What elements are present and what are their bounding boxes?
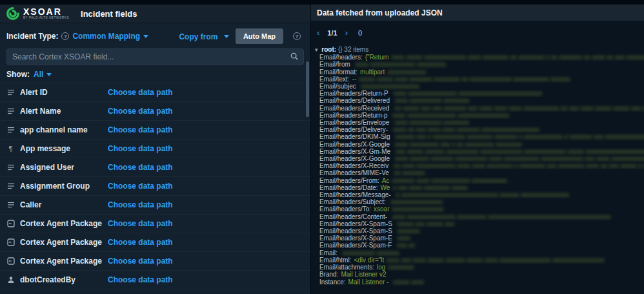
json-tree-line[interactable]: Email/headers/Content-xxxx xxxxxxxxxxxxx… xyxy=(319,213,644,220)
show-filter: Show: All xyxy=(0,65,310,83)
json-tree-line[interactable]: Email/headers/X-Spam-Sxxxxxxx xyxy=(319,227,644,235)
short-text-icon xyxy=(6,107,15,116)
json-tree-line[interactable]: Instance:Mail Listener - xxxxx xxxx xyxy=(319,278,644,286)
json-tree-line[interactable]: Email/subjecxxxxxxxxxxxxxxxxxx xyxy=(319,83,644,90)
chevron-right-icon[interactable]: › xyxy=(345,30,348,36)
mapping-toolbar: Incident Type: ? Common Mapping Copy fro… xyxy=(0,23,310,43)
choose-data-path-link[interactable]: Choose data path xyxy=(108,238,173,247)
top-strip xyxy=(0,0,644,5)
json-key: Email/format: xyxy=(319,68,357,76)
redacted-value: xxxx xxxxxx xxxxxxx xxxxxxxxxx xxxx xxxx… xyxy=(395,155,644,162)
json-key: Email/headers/X-Spam-S xyxy=(319,227,392,235)
json-tree-line[interactable]: Email/text:--xxxxx xxxxx xxxx xxxxxxx xx… xyxy=(319,76,644,83)
choose-data-path-link[interactable]: Choose data path xyxy=(108,107,173,116)
show-all-dropdown[interactable]: All xyxy=(34,70,43,79)
json-tree-line[interactable]: Email/headers/Return-pxxxx xxxxxxxxxxxxx… xyxy=(319,112,644,119)
json-tree-line[interactable]: Email/headers:{"Returnxxxx xxxxx xxxxxxx… xyxy=(319,54,644,61)
chevron-down-icon[interactable] xyxy=(224,35,229,38)
json-tree-line[interactable]: Email/html:<div dir="ltxxxx xxx xxxx xxx… xyxy=(319,257,644,264)
json-tree-line[interactable]: Email:xxxxxxxxxx xxxxxxx xyxy=(319,249,644,257)
choose-data-path-link[interactable]: Choose data path xyxy=(108,275,173,284)
redacted-value: xxxx xxx xxxx xxxxx xxxxxx xxxxx xxxx xx… xyxy=(387,257,604,264)
redacted-value: xx xxxxxxx xyxy=(394,169,425,176)
json-tree-line[interactable]: Email/headers/To:xsoarxxxxxxxxxxxxxxxx xyxy=(319,205,644,213)
choose-data-path-link[interactable]: Choose data path xyxy=(108,88,173,97)
chevron-left-icon[interactable]: ‹ xyxy=(317,30,319,36)
copy-from-label[interactable]: Copy from xyxy=(179,32,217,41)
json-tree-line[interactable]: Email/headers/Delivery-xxxx xx xxx xxxx … xyxy=(319,126,644,133)
help-icon[interactable]: ? xyxy=(293,32,301,40)
json-tree-line[interactable]: Email/headers/Envelopexxxx xxxxxxxxxx xx… xyxy=(319,119,644,126)
json-key: Brand: xyxy=(319,271,338,278)
choose-data-path-link[interactable]: Choose data path xyxy=(108,163,173,172)
json-root-node[interactable]: ▾ root: {} 32 items xyxy=(315,46,644,54)
field-row: Caller Choose data path xyxy=(0,196,310,215)
json-tree-line[interactable]: Email/headers/MIME-Vexx xxxxxxx xyxy=(319,169,644,176)
user-icon xyxy=(6,276,15,284)
json-tree-items: Email/headers:{"Returnxxxx xxxxx xxxxxxx… xyxy=(315,54,644,286)
redacted-value: xxxxxxx xxxx xxxxxxxxxxxx xxxxxxxxxxx xyxy=(392,177,507,184)
choose-data-path-link[interactable]: Choose data path xyxy=(108,144,173,153)
field-label: Caller xyxy=(20,200,103,209)
json-pager: ‹ 1/1 › 0 xyxy=(311,21,644,43)
json-tree-line[interactable]: Email/headers/DKIM-Sigxxxxxx xxx x xxxxx… xyxy=(319,133,644,140)
redacted-value: xxxx xyxy=(397,235,410,242)
json-tree-line[interactable]: Email/fromxxxx xxxxxxxxxxxxxx xxxxxxxxx xyxy=(319,61,644,68)
chevron-down-icon[interactable] xyxy=(143,35,148,38)
field-row: Cortex Agent Package OS Choose data path xyxy=(0,233,310,252)
search-icon[interactable] xyxy=(290,52,298,62)
field-row: Cortex Agent Package Type Choose data pa… xyxy=(0,252,310,271)
xsoar-logo-text: XSOAR BY PALO ALTO NETWORKS xyxy=(23,7,69,20)
app-header: XSOAR BY PALO ALTO NETWORKS Incident fie… xyxy=(0,5,310,23)
json-tree-line[interactable]: Email/headers/Deliveredxxxx xxxxxxxxxx x… xyxy=(319,97,644,104)
choose-data-path-link[interactable]: Choose data path xyxy=(108,125,173,134)
incident-type-help-icon[interactable]: ? xyxy=(61,32,69,40)
json-value: Mail Listener v2 xyxy=(341,271,386,278)
json-tree: ▾ root: {} 32 items Email/headers:{"Retu… xyxy=(311,43,644,286)
short-text-icon xyxy=(6,89,15,97)
json-key: Email/headers/Message- xyxy=(319,191,391,198)
incident-type-dropdown[interactable]: Common Mapping xyxy=(72,32,140,41)
json-tree-line[interactable]: Email/headers/X-Gm-Mexxx xxxxx xxxxxx xx… xyxy=(319,148,644,155)
json-key: Email/headers/X-Spam-S xyxy=(319,220,392,227)
json-tree-line[interactable]: Email/headers/X-Googlexxxx xxxxxx xxxxxx… xyxy=(319,155,644,162)
scrollbar-thumb[interactable] xyxy=(306,61,309,117)
json-tree-line[interactable]: Email/headers/Receivedxx xxxxx xxx xxx x… xyxy=(319,105,644,112)
redacted-value: xxxx xx xxx xxxx xxxx xxxxxxx xxxxxxxxxx… xyxy=(393,126,539,133)
json-tree-line[interactable]: Email/headers/X-Spam-Fxxx xx xyxy=(319,242,644,249)
json-tree-line[interactable]: Email/headers/Return-Pxxxx xxxxxxxxxxxxx… xyxy=(319,90,644,97)
json-tree-line[interactable]: Email/headers/X-Receivxx xxxx xxxxxxxxxx… xyxy=(319,162,644,169)
choose-data-path-link[interactable]: Choose data path xyxy=(108,182,173,191)
paragraph-icon: ¶ xyxy=(6,145,15,153)
copy-from-dropdown[interactable]: Copy from xyxy=(179,30,228,42)
json-tree-line[interactable]: Email/headers/X-Googlexxxx xxxxxxxxx xxx… xyxy=(319,141,644,148)
search-input[interactable] xyxy=(12,52,290,61)
pager-page: 1/1 xyxy=(327,29,337,37)
json-tree-line[interactable]: Email/headers/From:Acxxxxxxx xxxx xxxxxx… xyxy=(319,177,644,184)
choose-data-path-link[interactable]: Choose data path xyxy=(108,219,173,228)
choose-data-path-link[interactable]: Choose data path xyxy=(108,257,173,266)
json-tree-line[interactable]: Email/headers/Message-x xxxxxxxxxxxxxxxx… xyxy=(319,191,644,198)
json-tree-line[interactable]: Email/headers/X-Spam-Sxxxxx xxx xxxxx xx… xyxy=(319,220,644,227)
redacted-value: xxxxxxxxxxxx xyxy=(387,68,426,76)
short-text-icon xyxy=(6,201,15,209)
json-tree-line[interactable]: Email/attachments:logxxxxxxxx xyxy=(319,264,644,271)
json-tree-line[interactable]: Email/headers/Subject:xxxxxxxxxxxxxxxx xyxy=(319,198,644,205)
xsoar-incident-fields-window: XSOAR BY PALO ALTO NETWORKS Incident fie… xyxy=(0,0,644,294)
json-key: Email/attachments: xyxy=(319,264,374,271)
json-tree-line[interactable]: Email/headers/Date:Wex xxx xxxx xxxxxxxx… xyxy=(319,184,644,191)
json-key: Email/headers/X-Receiv xyxy=(319,162,388,169)
json-tree-line[interactable]: Email/format:multipartxxxxxxxxxxxx xyxy=(319,68,644,76)
redacted-value: x xxx xxxx xxxxxxxx xxxxx xyxy=(392,184,467,191)
chevron-down-icon[interactable] xyxy=(46,73,52,76)
choose-data-path-link[interactable]: Choose data path xyxy=(108,200,173,209)
caret-down-icon[interactable]: ▾ xyxy=(315,47,318,53)
json-tree-line[interactable]: Brand:Mail Listener v2 xyxy=(319,271,644,278)
field-row: Assigned User Choose data path xyxy=(0,158,310,177)
auto-map-button[interactable]: Auto Map xyxy=(236,28,283,44)
json-key: Email/headers/Return-P xyxy=(319,90,388,97)
json-tree-line[interactable]: Email/headers/X-Spam-Exxxx xyxy=(319,235,644,242)
json-key: Email/headers/X-Google xyxy=(319,155,390,162)
page-title: Incident fields xyxy=(81,9,137,19)
redacted-value: xxx xx xyxy=(397,242,415,249)
